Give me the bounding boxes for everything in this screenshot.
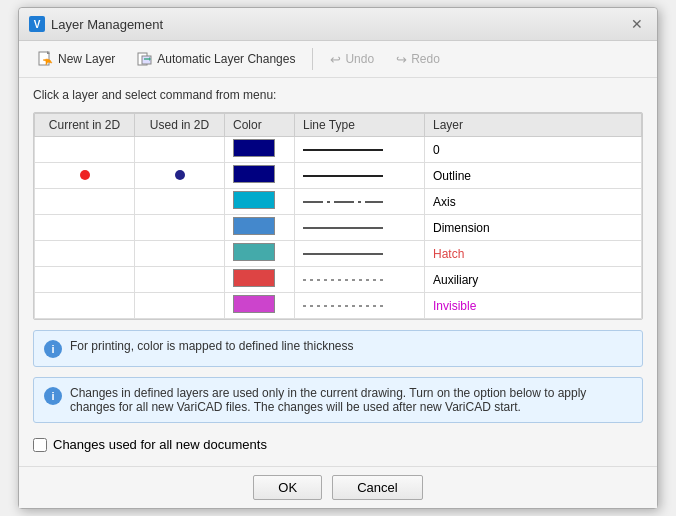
cell-linetype-outline: [295, 163, 425, 189]
cell-used-invisible: [135, 293, 225, 319]
checkbox-row: Changes used for all new documents: [33, 433, 643, 456]
auto-layer-label: Automatic Layer Changes: [157, 52, 295, 66]
cell-color-invisible: [225, 293, 295, 319]
info-icon-1: i: [44, 340, 62, 358]
linetype-solid-hatch: [303, 250, 383, 258]
cell-color-outline: [225, 163, 295, 189]
info-text-1: For printing, color is mapped to defined…: [70, 339, 353, 353]
linetype-dashdot-axis: [303, 198, 383, 206]
color-swatch-axis[interactable]: [233, 191, 275, 209]
dot-blue-used: [175, 170, 185, 180]
table-row[interactable]: Axis: [35, 189, 642, 215]
undo-button[interactable]: ↩ Undo: [321, 48, 383, 71]
auto-layer-icon: [137, 51, 153, 67]
cell-layer-outline: Outline: [425, 163, 642, 189]
cancel-button[interactable]: Cancel: [332, 475, 422, 500]
cell-color-dimension: [225, 215, 295, 241]
cell-linetype-invisible: [295, 293, 425, 319]
changes-all-docs-checkbox[interactable]: [33, 438, 47, 452]
undo-icon: ↩: [330, 52, 341, 67]
cell-current-hatch: [35, 241, 135, 267]
dialog-title: Layer Management: [51, 17, 163, 32]
title-bar: V Layer Management ✕: [19, 8, 657, 41]
cell-linetype-auxiliary: [295, 267, 425, 293]
table-row[interactable]: 0: [35, 137, 642, 163]
cell-used-auxiliary: [135, 267, 225, 293]
cell-used-axis: [135, 189, 225, 215]
svg-marker-1: [47, 51, 50, 54]
changes-all-docs-label[interactable]: Changes used for all new documents: [53, 437, 267, 452]
table-row[interactable]: Dimension: [35, 215, 642, 241]
cell-color-auxiliary: [225, 267, 295, 293]
dot-red-current: [80, 170, 90, 180]
cell-layer-hatch: Hatch: [425, 241, 642, 267]
color-swatch-hatch[interactable]: [233, 243, 275, 261]
ok-button[interactable]: OK: [253, 475, 322, 500]
cell-layer-0: 0: [425, 137, 642, 163]
color-swatch-invisible[interactable]: [233, 295, 275, 313]
linetype-solid-dimension: [303, 224, 383, 232]
layer-name-outline: Outline: [433, 169, 471, 183]
info-icon-2: i: [44, 387, 62, 405]
layer-name-0: 0: [433, 143, 440, 157]
bottom-bar: OK Cancel: [19, 466, 657, 508]
table-body: 0: [35, 137, 642, 319]
layer-name-dimension: Dimension: [433, 221, 490, 235]
redo-button[interactable]: ↪ Redo: [387, 48, 449, 71]
cell-layer-invisible: Invisible: [425, 293, 642, 319]
content-area: Click a layer and select command from me…: [19, 78, 657, 466]
table-row[interactable]: Auxiliary: [35, 267, 642, 293]
linetype-dotted-auxiliary: [303, 276, 383, 284]
header-color: Color: [225, 114, 295, 137]
cell-used-hatch: [135, 241, 225, 267]
title-bar-left: V Layer Management: [29, 16, 163, 32]
new-layer-label: New Layer: [58, 52, 115, 66]
toolbar-separator: [312, 48, 313, 70]
header-used-in-2d: Used in 2D: [135, 114, 225, 137]
layer-name-axis: Axis: [433, 195, 456, 209]
app-icon: V: [29, 16, 45, 32]
cell-current-dimension: [35, 215, 135, 241]
dialog-window: V Layer Management ✕ New Layer: [18, 7, 658, 509]
cell-current-invisible: [35, 293, 135, 319]
header-layer: Layer: [425, 114, 642, 137]
cell-used-outline: [135, 163, 225, 189]
cell-layer-auxiliary: Auxiliary: [425, 267, 642, 293]
header-current-in-2d: Current in 2D: [35, 114, 135, 137]
cell-color-axis: [225, 189, 295, 215]
cell-color-hatch: [225, 241, 295, 267]
new-layer-button[interactable]: New Layer: [29, 47, 124, 71]
new-layer-icon: [38, 51, 54, 67]
undo-label: Undo: [345, 52, 374, 66]
layer-name-hatch: Hatch: [433, 247, 464, 261]
color-swatch-outline[interactable]: [233, 165, 275, 183]
info-box-2: i Changes in defined layers are used onl…: [33, 377, 643, 423]
cell-used-dimension: [135, 215, 225, 241]
toolbar: New Layer Automatic Layer Changes ↩ Undo…: [19, 41, 657, 78]
close-button[interactable]: ✕: [627, 14, 647, 34]
info-box-1: i For printing, color is mapped to defin…: [33, 330, 643, 367]
cell-linetype-dimension: [295, 215, 425, 241]
auto-layer-button[interactable]: Automatic Layer Changes: [128, 47, 304, 71]
cell-color-0: [225, 137, 295, 163]
table-row[interactable]: Outline: [35, 163, 642, 189]
layer-table: Current in 2D Used in 2D Color Line Type…: [34, 113, 642, 319]
cell-current-0: [35, 137, 135, 163]
cell-linetype-axis: [295, 189, 425, 215]
color-swatch-0[interactable]: [233, 139, 275, 157]
cell-linetype-0: [295, 137, 425, 163]
cell-current-axis: [35, 189, 135, 215]
table-header-row: Current in 2D Used in 2D Color Line Type…: [35, 114, 642, 137]
linetype-solid-0: [303, 146, 383, 154]
table-row[interactable]: Hatch: [35, 241, 642, 267]
color-swatch-dimension[interactable]: [233, 217, 275, 235]
color-swatch-auxiliary[interactable]: [233, 269, 275, 287]
cell-layer-axis: Axis: [425, 189, 642, 215]
header-line-type: Line Type: [295, 114, 425, 137]
linetype-dotted-invisible: [303, 302, 383, 310]
redo-label: Redo: [411, 52, 440, 66]
table-row[interactable]: Invisible: [35, 293, 642, 319]
cell-linetype-hatch: [295, 241, 425, 267]
cell-current-outline: [35, 163, 135, 189]
instruction-text: Click a layer and select command from me…: [33, 88, 643, 102]
